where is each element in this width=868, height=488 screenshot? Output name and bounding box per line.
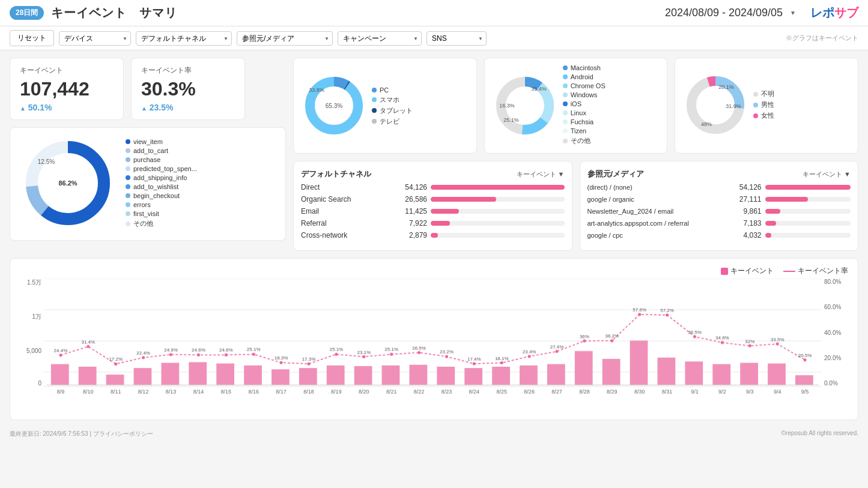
legend-item: add_shipping_info	[126, 174, 197, 181]
gender-donut-container: 20.1% 31.9% 48%	[682, 72, 748, 140]
channel-row: Direct 54,126	[301, 183, 565, 191]
device-filter[interactable]: デバイス	[59, 31, 131, 46]
source-row-value: 7,183	[732, 219, 762, 227]
channel-table: Direct 54,126 Organic Search 26,586 Emai…	[301, 183, 565, 239]
date-range: 2024/08/09 - 2024/09/05	[665, 7, 783, 19]
copyright: ©reposub All rights reserved.	[781, 430, 858, 438]
source-row-value: 54,126	[732, 183, 762, 191]
key-events-card: キーイベント 107,442 50.1%	[10, 58, 124, 120]
gender-card: 20.1% 31.9% 48% 不明男性女性	[675, 58, 858, 154]
source-row: google / organic 27,111	[587, 195, 851, 203]
period-badge: 28日間	[10, 6, 44, 20]
os-legend-item: Android	[563, 73, 605, 80]
campaign-filter[interactable]: キャンペーン	[338, 31, 422, 46]
chart-legend: キーイベント キーイベント率	[20, 266, 848, 276]
channel-row: Cross-network 2,879	[301, 231, 565, 239]
sns-filter-wrapper: SNS	[426, 31, 487, 46]
device-legend-item: タブレット	[372, 106, 413, 115]
channel-row-name: Referral	[301, 219, 397, 227]
last-updated: 最終更新日: 2024/9/6 7:56:53 | プライバシーポリシー	[10, 430, 153, 438]
gender-legend-item: 不明	[753, 89, 774, 98]
y-axis-left: 1.5万 1万 5,000 0	[20, 279, 44, 399]
source-row-name: art-analytics.appspot.com / referral	[587, 220, 732, 227]
legend-item: その他	[126, 219, 197, 228]
svg-text:86.2%: 86.2%	[58, 179, 77, 187]
source-filter[interactable]: 参照元/メディア	[237, 31, 333, 46]
chart-area: 1.5万 1万 5,000 0 80.0%	[20, 279, 848, 412]
gender-donut: 20.1% 31.9% 48%	[682, 72, 748, 138]
channel-row: Referral 7,922	[301, 219, 565, 227]
device-filter-wrapper: デバイス	[59, 31, 131, 46]
channel-row: Organic Search 26,586	[301, 195, 565, 203]
device-legend: PCスマホタブレットテレビ	[372, 84, 413, 128]
channel-row-value: 2,879	[397, 231, 427, 239]
os-legend-item: Chrome OS	[563, 82, 605, 89]
main-content: キーイベント 107,442 50.1% キーイベント率 30.3% 23.5%	[0, 50, 868, 427]
key-events-legend: view_itemadd_to_cartpurchasepredicted_to…	[126, 138, 197, 230]
svg-text:31.9%: 31.9%	[726, 103, 742, 109]
channel-row-value: 54,126	[397, 183, 427, 191]
filter-bar: リセット デバイス デフォルトチャネル 参照元/メディア キャンペーン SNS …	[0, 26, 868, 50]
channel-row-bar	[431, 197, 565, 202]
source-row-value: 27,111	[732, 195, 762, 203]
source-row-bar	[765, 185, 851, 190]
svg-text:35.4%: 35.4%	[531, 86, 547, 92]
device-card: 65.3% 33.8% PCスマホタブレットテレビ	[293, 58, 477, 154]
source-row-name: google / organic	[587, 196, 732, 203]
channel-row-name: Cross-network	[301, 231, 397, 239]
reset-button[interactable]: リセット	[10, 30, 54, 46]
channel-filter[interactable]: デフォルトチャネル	[136, 31, 232, 46]
svg-text:48%: 48%	[701, 121, 712, 127]
os-legend-item: iOS	[563, 100, 605, 107]
legend-item: begin_checkout	[126, 192, 197, 199]
legend-item: purchase	[126, 156, 197, 163]
sns-filter[interactable]: SNS	[426, 31, 487, 46]
channel-row-name: Email	[301, 207, 397, 215]
source-row-value: 4,032	[732, 231, 762, 239]
device-donut: 65.3% 33.8%	[301, 73, 367, 139]
line-legend: キーイベント率	[783, 266, 848, 276]
source-row-name: google / cpc	[587, 232, 732, 239]
os-donut: 35.4% 25.1% 16.3%	[492, 73, 558, 139]
os-legend: MacintoshAndroidChrome OSWindowsiOSLinux…	[563, 64, 605, 147]
key-event-rate-change: 23.5%	[141, 103, 235, 112]
right-panel: 65.3% 33.8% PCスマホタブレットテレビ	[293, 58, 858, 251]
legend-item: predicted_top_spen...	[126, 165, 197, 172]
bar-legend-label: キーイベント	[730, 266, 774, 276]
channel-row-name: Organic Search	[301, 195, 397, 203]
os-legend-item: Windows	[563, 91, 605, 98]
source-row-name: Newsletter_Aug_2024 / email	[587, 208, 732, 215]
channel-title: デフォルトチャネル	[301, 169, 371, 179]
os-legend-item: Macintosh	[563, 64, 605, 71]
y-axis-right: 80.0% 60.0% 40.0% 20.0% 0.0%	[822, 279, 848, 399]
channel-row-value: 11,425	[397, 207, 427, 215]
chart-svg-container	[44, 279, 822, 412]
line-legend-label: キーイベント率	[798, 266, 848, 276]
logo: レポサブ	[810, 5, 858, 21]
dropdown-arrow[interactable]: ▼	[790, 10, 796, 16]
os-legend-item: Fuchsia	[563, 118, 605, 125]
os-card: 35.4% 25.1% 16.3% MacintoshAndroidChrome…	[484, 58, 668, 154]
legend-item: view_item	[126, 138, 197, 145]
channel-row-bar	[431, 233, 565, 238]
svg-text:33.8%: 33.8%	[309, 87, 324, 93]
source-row-bar	[765, 197, 851, 202]
key-event-rate-value: 30.3%	[141, 78, 235, 100]
key-events-donut: 86.2% 12.5%	[20, 135, 116, 233]
tables-row: デフォルトチャネル キーイベント ▼ Direct 54,126 Organic…	[293, 161, 858, 251]
source-row: art-analytics.appspot.com / referral 7,1…	[587, 219, 851, 227]
key-events-change: 50.1%	[20, 103, 114, 112]
bottom-chart-section: キーイベント キーイベント率 1.5万 1万 5,000 0	[10, 258, 858, 420]
default-channel-card: デフォルトチャネル キーイベント ▼ Direct 54,126 Organic…	[293, 161, 572, 251]
source-row-bar	[765, 221, 851, 226]
source-table: (direct) / (none) 54,126 google / organi…	[587, 183, 851, 239]
gender-legend-item: 男性	[753, 100, 774, 109]
key-event-rate-label: キーイベント率	[141, 65, 235, 76]
left-panel: キーイベント 107,442 50.1% キーイベント率 30.3% 23.5%	[10, 58, 286, 251]
legend-item: first_visit	[126, 210, 197, 217]
source-kv-label[interactable]: キーイベント ▼	[803, 170, 851, 179]
svg-text:25.1%: 25.1%	[503, 117, 519, 123]
channel-kv-label[interactable]: キーイベント ▼	[517, 170, 565, 179]
source-row: Newsletter_Aug_2024 / email 9,861	[587, 207, 851, 215]
bar-legend-icon	[721, 268, 728, 275]
